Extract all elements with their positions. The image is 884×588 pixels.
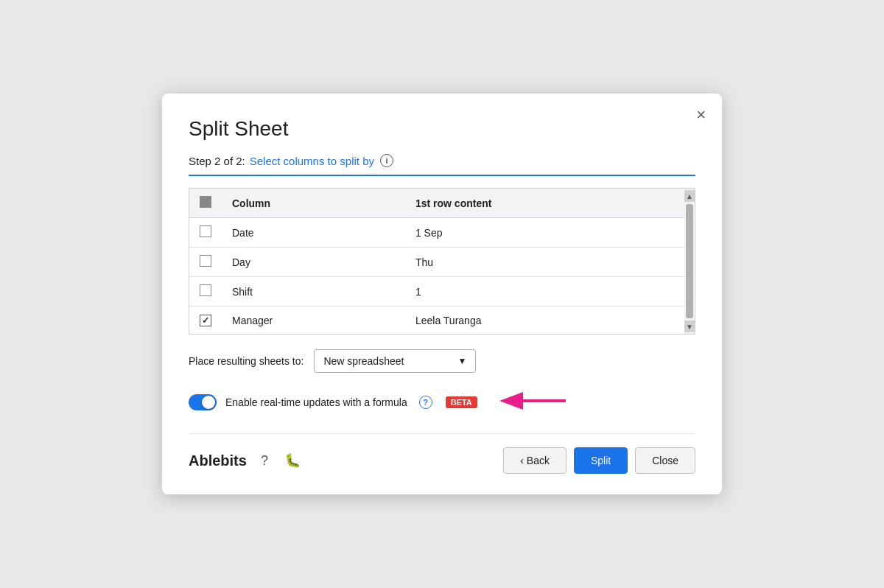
place-dropdown[interactable]: New spreadsheet ▼: [314, 349, 476, 373]
place-label: Place resulting sheets to:: [189, 355, 304, 367]
back-button[interactable]: ‹ Back: [503, 447, 566, 474]
select-all-checkbox[interactable]: [200, 196, 211, 208]
row-checkbox-1[interactable]: [200, 255, 211, 267]
row-checkbox-cell[interactable]: [189, 248, 222, 277]
beta-badge: BETA: [446, 396, 477, 408]
step-prefix: Step 2 of 2:: [189, 155, 245, 167]
toggle-knob: [202, 396, 215, 409]
row-first-content: 1 Sep: [405, 218, 695, 248]
table-scrollbar[interactable]: ▲ ▼: [684, 189, 695, 334]
realtime-toggle[interactable]: [189, 394, 217, 410]
table-header-row: Column 1st row content: [189, 189, 695, 218]
place-row: Place resulting sheets to: New spreadshe…: [189, 349, 695, 373]
row-checkbox-cell[interactable]: [189, 277, 222, 307]
row-column-name: Shift: [222, 277, 405, 307]
row-checkbox-3[interactable]: [200, 315, 211, 326]
dialog-close-button[interactable]: Close: [635, 447, 695, 474]
first-row-header: 1st row content: [405, 189, 695, 218]
step-bar: Step 2 of 2: Select columns to split by …: [189, 154, 695, 176]
dropdown-arrow-icon: ▼: [458, 356, 467, 366]
row-checkbox-cell[interactable]: [189, 218, 222, 248]
realtime-label: Enable real-time updates with a formula: [225, 396, 407, 408]
row-checkbox-2[interactable]: [200, 284, 211, 296]
realtime-row: Enable real-time updates with a formula …: [189, 386, 695, 419]
table-row: Shift1: [189, 277, 695, 307]
dialog-title: Split Sheet: [189, 117, 695, 141]
branding-area: Ablebits ? 🐛: [189, 450, 303, 471]
column-header: Column: [222, 189, 405, 218]
row-first-content: Leela Turanga: [405, 307, 695, 335]
pink-arrow-annotation: [499, 386, 573, 419]
table-row: Date1 Sep: [189, 218, 695, 248]
row-column-name: Date: [222, 218, 405, 248]
help-button[interactable]: ?: [254, 450, 275, 471]
footer-divider: [189, 433, 695, 434]
row-column-name: Day: [222, 248, 405, 277]
realtime-help-icon[interactable]: ?: [419, 396, 432, 409]
table-row: ManagerLeela Turanga: [189, 307, 695, 335]
scroll-up-arrow[interactable]: ▲: [684, 190, 695, 202]
close-button[interactable]: ×: [696, 107, 706, 123]
split-sheet-dialog: × Split Sheet Step 2 of 2: Select column…: [162, 94, 722, 494]
step-action: Select columns to split by: [250, 155, 374, 167]
bug-report-button[interactable]: 🐛: [282, 450, 303, 471]
select-all-header[interactable]: [189, 189, 222, 218]
scroll-thumb[interactable]: [686, 204, 693, 318]
row-column-name: Manager: [222, 307, 405, 335]
info-icon[interactable]: i: [380, 154, 393, 167]
row-checkbox-0[interactable]: [200, 225, 211, 237]
place-dropdown-value: New spreadsheet: [323, 355, 404, 367]
columns-table-container: Column 1st row content Date1 SepDayThuSh…: [189, 188, 695, 335]
row-first-content: 1: [405, 277, 695, 307]
footer: Ablebits ? 🐛 ‹ Back Split Close: [189, 447, 695, 474]
columns-table: Column 1st row content Date1 SepDayThuSh…: [189, 189, 695, 334]
table-row: DayThu: [189, 248, 695, 277]
row-checkbox-cell[interactable]: [189, 307, 222, 335]
scroll-down-arrow[interactable]: ▼: [684, 321, 695, 332]
brand-name: Ablebits: [189, 452, 247, 469]
footer-buttons: ‹ Back Split Close: [503, 447, 695, 474]
split-button[interactable]: Split: [574, 447, 628, 474]
row-first-content: Thu: [405, 248, 695, 277]
